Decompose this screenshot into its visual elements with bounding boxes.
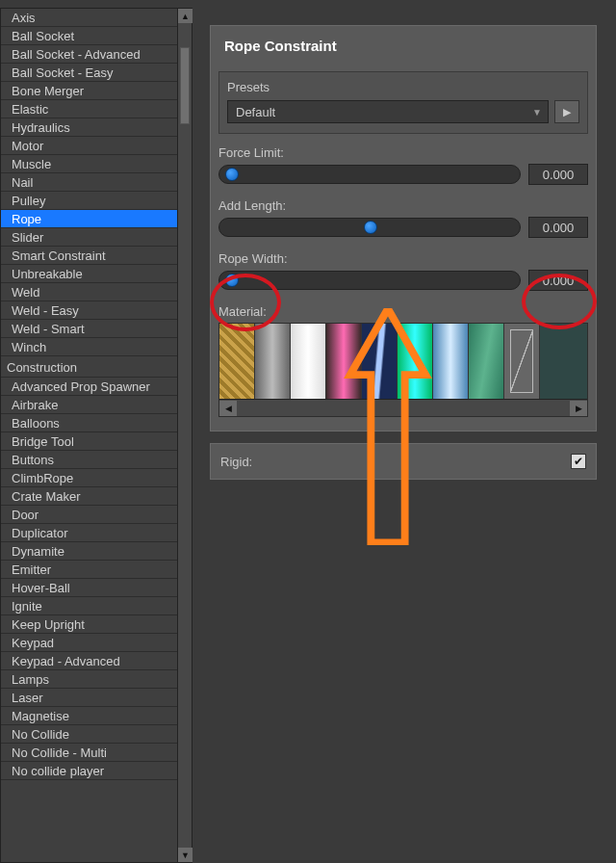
sidebar-item[interactable]: Nail — [1, 173, 177, 192]
rope-width-value[interactable]: 0.000 — [528, 270, 588, 291]
sidebar-item[interactable]: Dynamite — [1, 542, 177, 561]
material-scrollbar[interactable]: ◀ ▶ — [219, 399, 587, 416]
sidebar-item[interactable]: Motor — [1, 137, 177, 155]
sidebar-item[interactable]: Muscle — [1, 155, 177, 173]
material-picker: ◀ ▶ — [218, 323, 588, 417]
sidebar-item[interactable]: No Collide - Multi — [1, 744, 177, 762]
rope-constraint-panel: Rope Constraint Presets Default ▼ ▶ Forc… — [210, 25, 597, 432]
sidebar-item[interactable]: Keypad - Advanced — [1, 652, 177, 670]
sidebar-item[interactable]: Hydraulics — [1, 118, 177, 137]
play-icon: ▶ — [563, 106, 571, 118]
sidebar-item[interactable]: Advanced Prop Spawner — [1, 378, 177, 396]
sidebar-item[interactable]: Crate Maker — [1, 487, 177, 506]
material-label: Material: — [218, 304, 588, 319]
sidebar-item[interactable]: Rope — [1, 210, 177, 228]
sidebar-item[interactable]: Lamps — [1, 670, 177, 689]
material-swatch-blue[interactable] — [433, 324, 469, 399]
sidebar-item[interactable]: Emitter — [1, 561, 177, 579]
force-limit-slider[interactable] — [218, 165, 521, 184]
force-limit-value[interactable]: 0.000 — [528, 164, 588, 185]
preset-action-button[interactable]: ▶ — [554, 100, 579, 123]
preset-select-value: Default — [236, 105, 275, 119]
material-swatch-lightning[interactable] — [362, 324, 398, 399]
scroll-up-button[interactable]: ▲ — [178, 9, 192, 23]
material-swatch-dark[interactable] — [540, 324, 587, 399]
sidebar-item[interactable]: Winch — [1, 338, 177, 356]
tool-list: AxisBall SocketBall Socket - AdvancedBal… — [1, 9, 192, 862]
sidebar-item[interactable]: Laser — [1, 689, 177, 707]
sidebar-item[interactable]: Balloons — [1, 414, 177, 432]
sidebar-item[interactable]: Smart Constraint — [1, 247, 177, 265]
sidebar-group-header: Construction — [1, 356, 177, 378]
panel-title: Rope Constraint — [211, 26, 596, 71]
sidebar-item[interactable]: Pulley — [1, 192, 177, 210]
sidebar-item[interactable]: Elastic — [1, 100, 177, 118]
rope-width-knob[interactable] — [225, 274, 239, 287]
sidebar-item[interactable]: Keypad — [1, 634, 177, 652]
material-swatch-pink[interactable] — [326, 324, 362, 399]
material-swatch-rope[interactable] — [219, 324, 255, 399]
force-limit-knob[interactable] — [225, 168, 239, 181]
add-length-value[interactable]: 0.000 — [528, 217, 588, 238]
sidebar-item[interactable]: Ball Socket - Advanced — [1, 45, 177, 64]
tool-list-sidebar: AxisBall SocketBall Socket - AdvancedBal… — [0, 8, 192, 863]
scroll-thumb[interactable] — [180, 47, 190, 124]
chevron-down-icon: ▼ — [532, 107, 542, 118]
properties-area: Rope Constraint Presets Default ▼ ▶ Forc… — [192, 8, 608, 863]
sidebar-item[interactable]: Magnetise — [1, 707, 177, 725]
sidebar-item[interactable]: Duplicator — [1, 524, 177, 542]
sidebar-item[interactable]: Ignite — [1, 597, 177, 615]
sidebar-item[interactable]: Slider — [1, 228, 177, 247]
sidebar-item[interactable]: Weld — [1, 283, 177, 301]
rigid-label: Rigid: — [220, 455, 252, 469]
force-limit-label: Force Limit: — [218, 145, 588, 160]
material-swatch-frame[interactable] — [504, 324, 540, 399]
sidebar-item[interactable]: Hover-Ball — [1, 579, 177, 597]
presets-label: Presets — [227, 80, 579, 94]
sidebar-item[interactable]: Weld - Easy — [1, 301, 177, 320]
add-length-group: Add Length: 0.000 — [218, 198, 588, 238]
add-length-label: Add Length: — [218, 198, 588, 213]
sidebar-item[interactable]: Ball Socket - Easy — [1, 64, 177, 82]
sidebar-item[interactable]: Axis — [1, 9, 177, 27]
rigid-panel: Rigid: ✔ — [210, 443, 597, 480]
rope-width-slider[interactable] — [218, 271, 521, 290]
material-swatch-cyan[interactable] — [398, 324, 433, 399]
rope-width-group: Rope Width: 0.000 — [218, 251, 588, 291]
scroll-down-button[interactable]: ▼ — [178, 848, 192, 862]
sidebar-item[interactable]: Buttons — [1, 451, 177, 469]
material-swatch-white[interactable] — [291, 324, 326, 399]
sidebar-scrollbar[interactable]: ▲ ▼ — [177, 9, 192, 862]
sidebar-item[interactable]: No collide player — [1, 762, 177, 780]
sidebar-item[interactable]: Keep Upright — [1, 615, 177, 634]
presets-group: Presets Default ▼ ▶ — [218, 71, 588, 134]
sidebar-item[interactable]: ClimbRope — [1, 469, 177, 487]
sidebar-item[interactable]: Unbreakable — [1, 265, 177, 283]
rigid-checkbox[interactable]: ✔ — [571, 454, 586, 469]
rope-width-label: Rope Width: — [218, 251, 588, 266]
add-length-knob[interactable] — [364, 221, 377, 234]
material-scroll-left[interactable]: ◀ — [219, 401, 237, 416]
sidebar-item[interactable]: Bone Merger — [1, 82, 177, 100]
sidebar-item[interactable]: Ball Socket — [1, 27, 177, 45]
material-group: Material: ◀ ▶ — [218, 304, 588, 417]
sidebar-item[interactable]: Door — [1, 506, 177, 524]
material-swatch-metal[interactable] — [255, 324, 291, 399]
force-limit-group: Force Limit: 0.000 — [218, 145, 588, 185]
preset-select[interactable]: Default ▼ — [227, 100, 549, 123]
material-scroll-right[interactable]: ▶ — [570, 401, 587, 416]
add-length-slider[interactable] — [218, 218, 521, 237]
sidebar-item[interactable]: No Collide — [1, 725, 177, 744]
sidebar-item[interactable]: Airbrake — [1, 396, 177, 414]
sidebar-item[interactable]: Bridge Tool — [1, 432, 177, 451]
material-swatch-green[interactable] — [469, 324, 504, 399]
sidebar-item[interactable]: Weld - Smart — [1, 320, 177, 338]
material-strip — [219, 324, 587, 399]
